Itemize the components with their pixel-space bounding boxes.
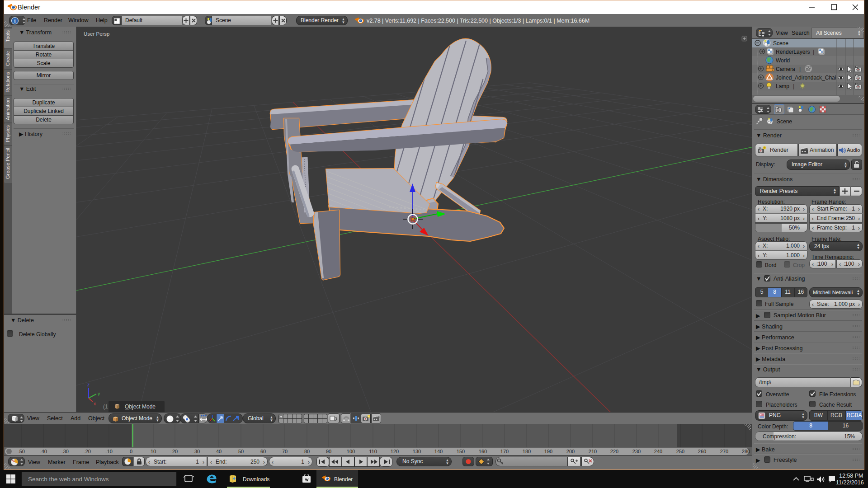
svg-text:220: 220 (610, 449, 618, 454)
svg-text:y: y (98, 391, 100, 396)
svg-text:50: 50 (238, 449, 244, 454)
svg-text:130: 130 (413, 449, 421, 454)
svg-text:280: 280 (742, 449, 750, 454)
svg-text:270: 270 (720, 449, 728, 454)
svg-text:i: i (14, 18, 15, 23)
svg-text:Scene: Scene (773, 40, 788, 47)
svg-text:240: 240 (654, 449, 662, 454)
svg-text:10: 10 (151, 449, 156, 454)
svg-text:80: 80 (304, 449, 310, 454)
svg-text:30: 30 (194, 449, 200, 454)
svg-text:Lamp: Lamp (776, 83, 789, 89)
svg-text:180: 180 (523, 449, 531, 454)
svg-text:90: 90 (326, 449, 331, 454)
svg-text:150: 150 (457, 449, 465, 454)
svg-text:20: 20 (172, 449, 178, 454)
svg-text:-20: -20 (84, 449, 91, 454)
svg-text:0: 0 (130, 449, 132, 454)
svg-text:RenderLayers: RenderLayers (776, 49, 810, 55)
svg-text:World: World (776, 57, 790, 64)
svg-text:-30: -30 (61, 449, 69, 454)
svg-text:|: | (799, 66, 801, 72)
svg-text:110: 110 (369, 449, 377, 454)
svg-text:40: 40 (216, 449, 222, 454)
svg-text:120: 120 (391, 449, 399, 454)
svg-text:260: 260 (698, 449, 706, 454)
svg-text:|: | (793, 83, 794, 89)
svg-text:160: 160 (479, 449, 487, 454)
svg-text:|: | (813, 49, 814, 55)
svg-text:170: 170 (500, 449, 509, 454)
svg-text:140: 140 (434, 449, 443, 454)
svg-text:190: 190 (544, 449, 552, 454)
svg-text:x: x (94, 401, 96, 406)
svg-text:200: 200 (566, 449, 575, 454)
svg-text:Camera: Camera (776, 66, 795, 72)
svg-text:-50: -50 (18, 449, 25, 454)
svg-text:70: 70 (282, 449, 288, 454)
svg-text:-10: -10 (105, 449, 113, 454)
svg-text:210: 210 (589, 449, 597, 454)
svg-text:-40: -40 (40, 449, 47, 454)
svg-text:User Persp: User Persp (84, 31, 110, 37)
svg-text:Joined_Adirondack_Chai: Joined_Adirondack_Chai (776, 75, 836, 81)
svg-text:60: 60 (260, 449, 266, 454)
svg-text:230: 230 (632, 449, 641, 454)
svg-text:z: z (87, 382, 90, 387)
svg-text:250: 250 (676, 449, 684, 454)
svg-text:100: 100 (347, 449, 355, 454)
